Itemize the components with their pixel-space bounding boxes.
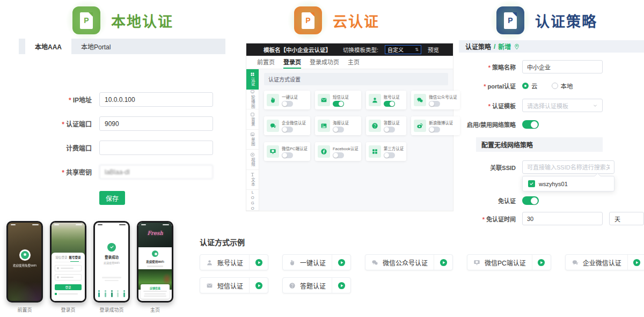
- ssid-dropdown: wszyhys01: [522, 176, 614, 191]
- login-page-screen: 短信登录 账号登录 登录: [52, 223, 85, 301]
- check-icon: [109, 245, 114, 249]
- policy-name-input[interactable]: [522, 60, 603, 73]
- sidebar-item-text[interactable]: 文本: [246, 170, 259, 190]
- field-row-ip-address: *IP地址: [19, 92, 213, 107]
- example-button-account[interactable]: 账号认证: [200, 254, 268, 270]
- example-label: 答题认证: [300, 281, 326, 290]
- auth-method-iconbox: [369, 120, 381, 132]
- facebook-icon: [320, 148, 327, 155]
- sidebar-item-single-image[interactable]: 单图: [246, 130, 259, 150]
- sidebar-item-logo[interactable]: LOGO: [246, 190, 259, 211]
- sidebar-item-label: 单图: [251, 137, 255, 146]
- auth-method-toggle-one-key[interactable]: [282, 101, 293, 107]
- sidebar-item-carousel[interactable]: 轮播图: [246, 90, 259, 110]
- auth-method-toggle-wechat-official[interactable]: [429, 101, 440, 107]
- example-button-wecom[interactable]: 企业微信认证: [565, 254, 644, 270]
- mock-password-field: [55, 274, 82, 281]
- auth-method-toggle-wecom[interactable]: [282, 127, 293, 132]
- grid-dots-icon: [371, 148, 378, 155]
- play-icon: [338, 282, 346, 290]
- auth-method-toggle-wechat-pc[interactable]: [282, 152, 293, 158]
- auth-method-toggle-quiz[interactable]: [384, 127, 395, 132]
- radio-local[interactable]: 本地: [552, 82, 573, 90]
- preview-button[interactable]: 预览: [428, 46, 439, 54]
- example-button-sms[interactable]: 短信认证: [200, 277, 268, 293]
- play-icon: [338, 259, 346, 267]
- play-button[interactable]: [434, 259, 452, 267]
- field-input-auth-port[interactable]: [99, 116, 213, 131]
- phone-home-page: Fresh 欢迎使用WiFi 店铺信息 主页: [137, 221, 173, 313]
- ssid-row: 关联SSID: [459, 160, 644, 174]
- example-button-quiz[interactable]: 答题认证: [282, 277, 351, 293]
- sidebar-item-label: 背景: [251, 117, 255, 127]
- ssid-input[interactable]: [522, 160, 614, 174]
- check-icon: [529, 181, 534, 186]
- policy-section-header: P 认证策略: [496, 6, 597, 34]
- welcome-text: 欢迎使用免费WiFi: [8, 263, 41, 268]
- example-label: 账号认证: [217, 258, 243, 267]
- editor-tab-home-page[interactable]: 主页: [348, 56, 360, 69]
- radio-cloud[interactable]: 云: [522, 82, 538, 90]
- auth-method-toggle-poster[interactable]: [333, 127, 344, 132]
- play-button[interactable]: [532, 259, 551, 267]
- example-button-one-key[interactable]: 一键认证: [282, 254, 351, 270]
- mock-login-button: 登录: [55, 284, 82, 290]
- field-row-accounting-port: 计费端口: [19, 141, 213, 155]
- free-time-input[interactable]: [522, 212, 603, 225]
- sidebar-item-video[interactable]: 视频: [246, 150, 259, 170]
- wecom-icon: [269, 122, 276, 129]
- editor-tab-login-success-page[interactable]: 登录成功页: [310, 56, 339, 69]
- auth-template-select[interactable]: 请选择认证模板: [522, 99, 603, 112]
- auth-method-toggle-account[interactable]: [384, 101, 395, 107]
- play-button[interactable]: [250, 282, 268, 290]
- sidebar-item-auth[interactable]: 认证: [246, 69, 259, 90]
- example-button-wechat-official[interactable]: 微信公众号认证: [365, 254, 453, 270]
- play-button[interactable]: [332, 259, 350, 267]
- editor-topbar: 模板名【中小企业云认证】 切换模板类型: 自定义 ⇅ 预览: [246, 43, 453, 56]
- auth-method-iconbox: [369, 94, 381, 106]
- auth-method-info: 账号认证: [384, 94, 400, 107]
- play-button[interactable]: [250, 259, 268, 267]
- editor-tab-front-page[interactable]: 前置页: [257, 56, 275, 69]
- carousel-icon: [250, 90, 255, 94]
- tab-local-aaa[interactable]: 本地AAA: [25, 39, 71, 54]
- hand-icon: [289, 259, 296, 266]
- mock-agreement: [55, 293, 82, 295]
- breadcrumb-current: 新增: [498, 42, 511, 51]
- document-p-icon: P: [302, 12, 314, 29]
- free-auth-toggle[interactable]: [522, 196, 539, 205]
- wireless-section-title: 配置无线网络策略: [476, 137, 603, 152]
- question-icon: [371, 122, 378, 129]
- auth-method-toggle-sms[interactable]: [333, 101, 344, 107]
- breadcrumb-separator: /: [494, 43, 495, 50]
- network-policy-toggle[interactable]: [522, 120, 539, 129]
- play-icon: [633, 259, 641, 267]
- policy-name-row: *策略名称: [459, 60, 644, 73]
- auth-method-info: 短信认证: [333, 94, 349, 107]
- chevron-down-icon: [592, 103, 598, 108]
- field-input-shared-key[interactable]: [99, 165, 213, 179]
- field-row-shared-key: *共享密钥: [19, 165, 213, 179]
- tab-local-portal[interactable]: 本地Portal: [71, 39, 120, 54]
- play-button[interactable]: [332, 282, 350, 290]
- switch-template-label: 切换模板类型:: [343, 46, 378, 54]
- auth-method-toggle-weibo[interactable]: [429, 127, 440, 132]
- template-type-select[interactable]: 自定义 ⇅: [385, 45, 421, 54]
- save-button[interactable]: 保存: [99, 191, 125, 205]
- sidebar-item-background[interactable]: 背景: [246, 109, 259, 130]
- auth-method-toggle-facebook[interactable]: [333, 152, 344, 158]
- success-title: 登录成功: [95, 254, 128, 260]
- example-button-wechat-pc[interactable]: 微信PC端认证: [467, 254, 551, 270]
- cloud-doc-icon: P: [294, 6, 322, 34]
- editor-tab-login-page[interactable]: 登录页: [283, 56, 301, 69]
- breadcrumb-root[interactable]: 认证策略: [465, 42, 491, 51]
- sidebar-item-label: LOGO: [251, 190, 255, 211]
- auth-method-info: 新浪微博认证: [429, 120, 453, 132]
- field-input-ip-address[interactable]: [99, 92, 213, 107]
- auth-method-card-sms: 短信认证: [315, 91, 361, 109]
- success-subtitle: 欢迎使用WiFi: [95, 261, 128, 264]
- ssid-option[interactable]: wszyhys01: [528, 180, 609, 187]
- field-input-accounting-port[interactable]: [99, 141, 213, 155]
- play-button[interactable]: [628, 259, 644, 267]
- auth-method-toggle-third-party[interactable]: [384, 152, 395, 158]
